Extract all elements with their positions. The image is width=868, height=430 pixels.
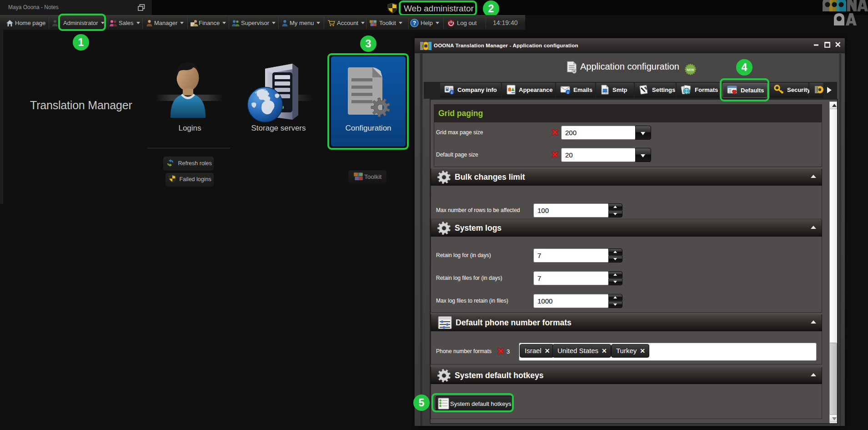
svg-text:NEW: NEW — [687, 68, 694, 71]
svg-text:SMTP: SMTP — [603, 92, 608, 94]
svg-text:?: ? — [413, 20, 416, 26]
